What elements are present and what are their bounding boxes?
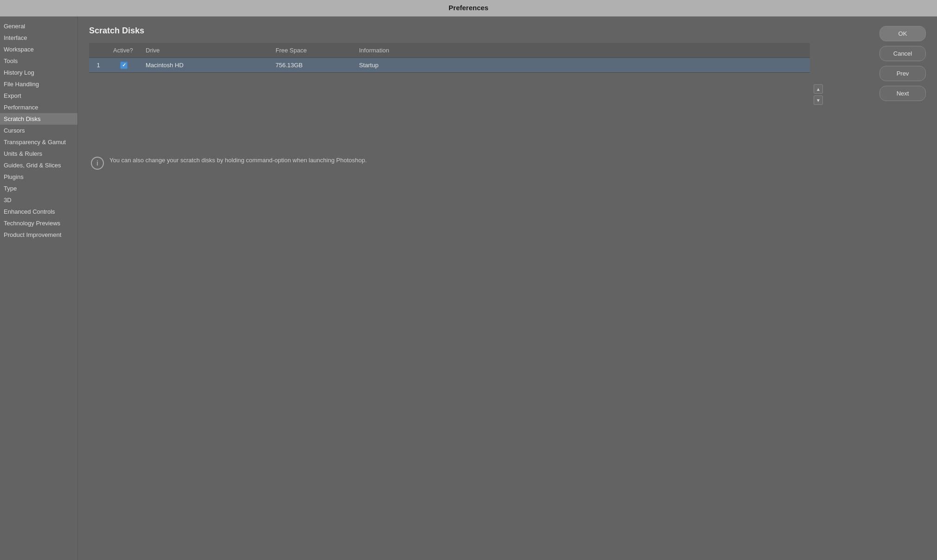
scratch-disks-panel: Scratch Disks Active? Drive Free Space I…: [89, 26, 870, 170]
row-number: 1: [89, 58, 108, 72]
col-header-info: Information: [353, 43, 810, 58]
disk-table: Active? Drive Free Space Information 1Ma…: [89, 43, 810, 72]
col-header-freespace: Free Space: [270, 43, 353, 58]
sidebar-item-guides-grid-slices[interactable]: Guides, Grid & Slices: [0, 159, 77, 171]
row-information: Startup: [353, 58, 810, 72]
sidebar-item-3d[interactable]: 3D: [0, 194, 77, 206]
title-bar: Preferences: [0, 0, 937, 17]
sidebar-item-general[interactable]: General: [0, 20, 77, 32]
col-header-num: [89, 43, 108, 58]
sidebar-item-type[interactable]: Type: [0, 183, 77, 194]
sidebar-item-file-handling[interactable]: File Handling: [0, 78, 77, 90]
sidebar-item-cursors[interactable]: Cursors: [0, 125, 77, 136]
info-section: i You can also change your scratch disks…: [89, 156, 870, 170]
row-active-checkbox[interactable]: [108, 58, 140, 72]
col-header-active: Active?: [108, 43, 140, 58]
title-label: Preferences: [449, 4, 488, 12]
table-empty-space: [89, 72, 810, 146]
sidebar: GeneralInterfaceWorkspaceToolsHistory Lo…: [0, 17, 78, 560]
sidebar-item-interface[interactable]: Interface: [0, 32, 77, 44]
sidebar-item-history-log[interactable]: History Log: [0, 67, 77, 78]
sidebar-item-workspace[interactable]: Workspace: [0, 44, 77, 55]
sidebar-item-transparency-gamut[interactable]: Transparency & Gamut: [0, 136, 77, 148]
arrow-down-button[interactable]: ▼: [814, 95, 823, 105]
row-drive: Macintosh HD: [140, 58, 270, 72]
table-row[interactable]: 1Macintosh HD756.13GBStartup: [89, 58, 810, 72]
main-container: GeneralInterfaceWorkspaceToolsHistory Lo…: [0, 17, 937, 560]
prev-button[interactable]: Prev: [879, 66, 926, 81]
sidebar-item-performance[interactable]: Performance: [0, 102, 77, 113]
sidebar-item-units-rulers[interactable]: Units & Rulers: [0, 148, 77, 159]
table-outer: Active? Drive Free Space Information 1Ma…: [89, 43, 810, 146]
content-area: Scratch Disks Active? Drive Free Space I…: [78, 17, 937, 560]
next-button[interactable]: Next: [879, 86, 926, 101]
sidebar-item-product-improvement[interactable]: Product Improvement: [0, 229, 77, 241]
sidebar-item-tools[interactable]: Tools: [0, 55, 77, 67]
sidebar-item-scratch-disks[interactable]: Scratch Disks: [0, 113, 77, 125]
info-text: You can also change your scratch disks b…: [109, 156, 367, 165]
section-title: Scratch Disks: [89, 26, 870, 36]
table-wrapper: Active? Drive Free Space Information 1Ma…: [89, 43, 870, 146]
ok-button[interactable]: OK: [879, 26, 926, 41]
sidebar-item-plugins[interactable]: Plugins: [0, 171, 77, 183]
row-free-space: 756.13GB: [270, 58, 353, 72]
checkbox-checked-icon[interactable]: [120, 62, 128, 69]
sidebar-item-technology-previews[interactable]: Technology Previews: [0, 217, 77, 229]
table-arrows: ▲ ▼: [810, 43, 827, 146]
arrow-up-button[interactable]: ▲: [814, 84, 823, 94]
sidebar-item-export[interactable]: Export: [0, 90, 77, 102]
col-header-drive: Drive: [140, 43, 270, 58]
info-icon: i: [91, 157, 104, 170]
sidebar-item-enhanced-controls[interactable]: Enhanced Controls: [0, 206, 77, 217]
button-panel: OK Cancel Prev Next: [879, 26, 926, 170]
cancel-button[interactable]: Cancel: [879, 46, 926, 61]
